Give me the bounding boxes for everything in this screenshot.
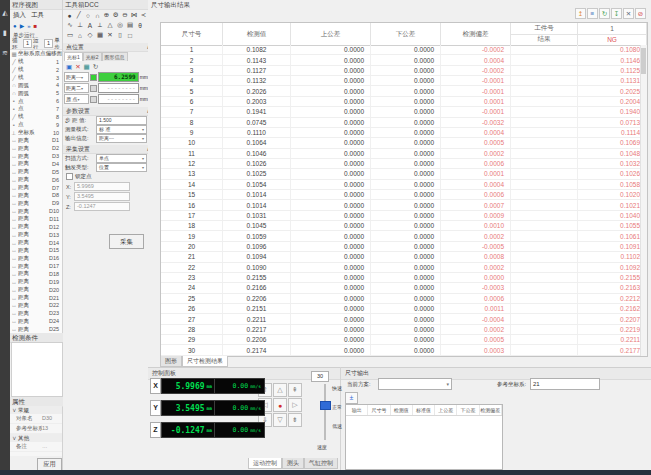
table-row[interactable]: 40.11320.00000.0000-0.00010.1131 xyxy=(161,76,647,86)
clear-icon[interactable]: ✕ xyxy=(623,8,634,19)
tree-item-arc[interactable]: ∩圆弧4 xyxy=(10,81,62,89)
collect-button[interactable]: 采集 xyxy=(109,234,144,249)
step-button[interactable]: » xyxy=(27,21,30,31)
tab-图形信息[interactable]: 图形信息 xyxy=(102,52,128,61)
tab-光标2[interactable]: 光标2 xyxy=(83,52,102,61)
axis-button-X[interactable]: X xyxy=(150,378,161,394)
table-row[interactable]: 140.10540.00000.00000.00040.1058 xyxy=(161,180,647,190)
tree-item-distance[interactable]: ↔距离D4 xyxy=(10,160,62,168)
axis-input[interactable]: 5.9969 xyxy=(74,182,130,191)
grid-icon[interactable]: ▦ xyxy=(84,63,90,71)
tree-item-distance[interactable]: ↔距离D9 xyxy=(10,199,62,207)
tree-item-line[interactable]: ╱线2 xyxy=(10,66,62,74)
table-row[interactable]: 110.10460.00000.00000.00020.1048 xyxy=(161,149,647,159)
table-row[interactable]: 60.20030.00000.00000.00010.2004 xyxy=(161,97,647,107)
table-row[interactable]: 200.10960.00000.0000-0.00050.1091 xyxy=(161,242,647,252)
table-row[interactable]: 70.19410.00000.0000-0.00010.1940 xyxy=(161,107,647,117)
tree-item-line[interactable]: ╱线3 xyxy=(10,74,62,82)
field-select[interactable]: 位置▾ xyxy=(96,163,147,172)
property-value[interactable]: 13 xyxy=(42,424,48,433)
menu-tools[interactable]: 工具 xyxy=(31,10,44,19)
normal-tool-icon[interactable]: ⟂ xyxy=(95,21,105,29)
table-row[interactable]: 250.22060.00000.00000.00060.2212 xyxy=(161,294,647,304)
conditions-list[interactable] xyxy=(11,342,63,397)
clear-icon[interactable]: ✕ xyxy=(75,63,80,71)
tree-item-distance[interactable]: ↔距离D14 xyxy=(10,239,62,247)
table-row[interactable]: 180.10450.00000.00000.00100.1055 xyxy=(161,221,647,231)
list-icon[interactable]: ≡ xyxy=(587,8,598,19)
stop-button[interactable]: ■ xyxy=(34,21,38,31)
cylinder-tool-icon[interactable]: ⚙ xyxy=(111,11,120,19)
measure-select[interactable]: 距离二▾ xyxy=(64,83,89,93)
table-scrollbar[interactable] xyxy=(640,45,647,356)
tree-item-distance[interactable]: ↔距离D23 xyxy=(10,309,62,317)
field-select[interactable]: 标 准▾ xyxy=(96,125,147,134)
field-input[interactable]: 1.500 xyxy=(96,116,147,125)
tree-item-distance[interactable]: ↔距离D11 xyxy=(10,215,62,223)
rect-tool-icon[interactable]: ▭ xyxy=(65,31,75,39)
reset-icon[interactable]: ↻ xyxy=(93,63,98,71)
export-icon[interactable]: ↥ xyxy=(575,8,586,19)
tree-item-distance[interactable]: ↔距离D25 xyxy=(10,325,62,333)
field-select[interactable]: 单点▾ xyxy=(96,154,147,163)
reference-csys-input[interactable]: 21 xyxy=(530,378,600,390)
tree-item-distance[interactable]: ↔距离D13 xyxy=(10,231,62,239)
pattern-tool-icon[interactable]: ▦ xyxy=(95,31,105,39)
property-value[interactable]: D30 xyxy=(42,414,52,423)
table-row[interactable]: 280.22170.00000.00000.00020.2219 xyxy=(161,325,647,335)
cycle-input[interactable]: 1 xyxy=(23,39,32,48)
delete-icon[interactable]: ⊘ xyxy=(635,8,646,19)
folder-tool-icon[interactable]: ▤ xyxy=(125,21,135,29)
tree-item-arc[interactable]: ∩圆弧5 xyxy=(10,89,62,97)
table-row[interactable]: 160.10140.00000.00000.00070.1021 xyxy=(161,200,647,210)
wave-tool-icon[interactable]: ∿ xyxy=(65,21,75,29)
tree-item-distance[interactable]: ↔距离D12 xyxy=(10,223,62,231)
delete-tool-icon[interactable]: ✕ xyxy=(105,31,115,39)
tree-item-program[interactable]: ▦坐标系原点偏移面DA4A38JA4 xyxy=(10,50,62,58)
tree-item-distance[interactable]: ↔距离D24 xyxy=(10,317,62,325)
tree-item-distance[interactable]: ↔距离D8 xyxy=(10,191,62,199)
line-tool-icon[interactable]: ╱ xyxy=(74,11,83,19)
run-button[interactable]: ▶ xyxy=(20,21,25,31)
table-row[interactable]: 90.11100.00000.00000.00040.1114 xyxy=(161,128,647,138)
sphere-tool-icon[interactable]: ⊕ xyxy=(102,11,111,19)
home-tool-icon[interactable]: ⌂ xyxy=(75,32,85,39)
motion-tab-气缸控制[interactable]: 气缸控制 xyxy=(304,458,338,469)
measure-select[interactable]: 原 点▾ xyxy=(64,94,89,104)
run-input[interactable]: 1 xyxy=(44,39,53,48)
axis-button-Y[interactable]: Y xyxy=(150,400,161,416)
table-row[interactable]: 210.10940.00000.00000.00080.1102 xyxy=(161,252,647,262)
table-row[interactable]: 100.10640.00000.00000.00050.1069 xyxy=(161,138,647,148)
import-icon[interactable]: ↧ xyxy=(611,8,622,19)
tree-item-point[interactable]: ▪点6 xyxy=(10,97,62,105)
table-row[interactable]: 190.10590.00000.00000.00020.1061 xyxy=(161,231,647,241)
tree-item-distance[interactable]: ↔距离D19 xyxy=(10,278,62,286)
measure-select[interactable]: 距离一▾ xyxy=(64,72,89,82)
property-value[interactable]: … xyxy=(42,442,48,451)
tree-item-line[interactable]: ╱线1 xyxy=(10,58,62,66)
arc-tool-icon[interactable]: ∩ xyxy=(93,12,102,19)
polygon-tool-icon[interactable]: ◇ xyxy=(85,31,95,39)
table-row[interactable]: 300.21740.00000.00000.00030.2177 xyxy=(161,345,647,355)
menu-insert[interactable]: 插入 xyxy=(13,10,26,19)
slab-tool-icon[interactable]: ▯ xyxy=(115,31,125,39)
view-tab-图形[interactable]: 图形 xyxy=(160,356,182,367)
motion-tab-运动控制[interactable]: 运动控制 xyxy=(248,458,282,469)
probe-view-icon[interactable]: ▮ xyxy=(0,26,10,40)
tree-item-distance[interactable]: ↔距离D10 xyxy=(10,207,62,215)
table-row[interactable]: 20.11430.00000.00000.00040.1146 xyxy=(161,55,647,65)
scheme-select[interactable]: ▾ xyxy=(378,378,452,390)
property-group[interactable]: ∨ 其他 xyxy=(10,434,62,442)
table-row[interactable]: 270.22110.00000.0000-0.00040.2207 xyxy=(161,314,647,324)
perpendicular-tool-icon[interactable]: ⊥ xyxy=(75,21,85,29)
tree-item-distance[interactable]: ↔距离D18 xyxy=(10,270,62,278)
tree-item-distance[interactable]: ↔距离D15 xyxy=(10,246,62,254)
axis-input[interactable]: -0.1247 xyxy=(74,202,130,211)
plane-tool-icon[interactable]: □ xyxy=(125,32,135,39)
curve-tool-icon[interactable]: ⋈ xyxy=(130,11,139,19)
tab-光标1[interactable]: 光标1 xyxy=(64,52,83,61)
circle-tool-icon[interactable]: ○ xyxy=(83,12,92,19)
record-button[interactable]: ● xyxy=(13,21,17,31)
lock-checkbox[interactable] xyxy=(66,173,73,180)
tree-item-distance[interactable]: ↔距离D7 xyxy=(10,184,62,192)
